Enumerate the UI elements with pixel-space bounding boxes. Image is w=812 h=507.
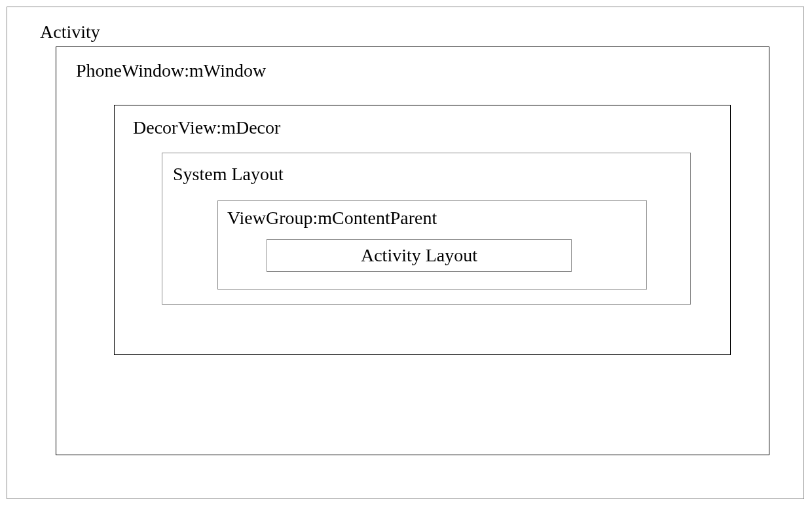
activity-label: Activity: [40, 22, 100, 43]
phone-window-box: PhoneWindow:mWindow DecorView:mDecor Sys…: [56, 47, 769, 455]
activity-layout-box: Activity Layout: [267, 239, 572, 272]
view-group-box: ViewGroup:mContentParent Activity Layout: [217, 200, 647, 290]
system-layout-label: System Layout: [173, 164, 284, 185]
decor-view-label: DecorView:mDecor: [133, 117, 280, 138]
phone-window-label: PhoneWindow:mWindow: [76, 60, 266, 81]
diagram-outer-frame: Activity PhoneWindow:mWindow DecorView:m…: [7, 7, 804, 499]
view-group-label: ViewGroup:mContentParent: [227, 208, 437, 229]
system-layout-box: System Layout ViewGroup:mContentParent A…: [162, 153, 691, 305]
decor-view-box: DecorView:mDecor System Layout ViewGroup…: [114, 105, 731, 355]
activity-layout-label: Activity Layout: [361, 245, 477, 266]
